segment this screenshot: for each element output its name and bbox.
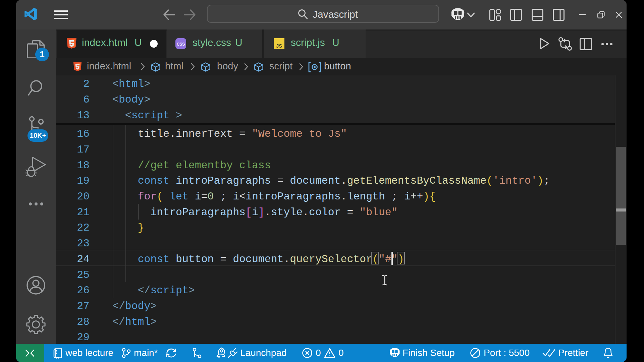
svg-text:JS: JS	[276, 43, 282, 49]
svg-text:CSS: CSS	[177, 42, 185, 47]
